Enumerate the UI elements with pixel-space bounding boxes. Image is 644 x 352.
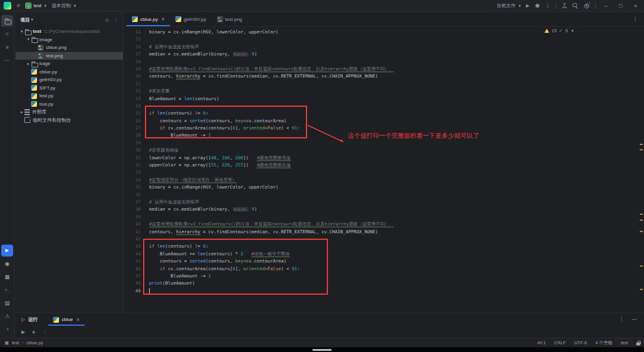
tree-item-trage[interactable]: ▸trage bbox=[16, 60, 123, 68]
code-line-41[interactable]: 41contours, hierarchy = cv.findContours(… bbox=[125, 229, 639, 236]
chevron-down-icon[interactable]: ▾ bbox=[26, 37, 31, 42]
status-item[interactable]: 4 个空格 bbox=[595, 340, 612, 346]
code-line-39[interactable]: 39 bbox=[125, 214, 639, 221]
rerun-icon[interactable]: ▶ bbox=[21, 329, 25, 335]
chevron-right-icon[interactable]: ▸ bbox=[19, 110, 24, 115]
hide-icon[interactable]: — bbox=[631, 317, 637, 322]
code-line-16[interactable]: 16# 运用中值滤波去除噪声 bbox=[125, 44, 639, 51]
code-line-31[interactable]: 31lowerColor = np.array([48, 100, 200]) … bbox=[125, 155, 639, 162]
more-icon[interactable]: ⋮ bbox=[633, 12, 644, 26]
tool-python-packages-button[interactable]: ▦ bbox=[1, 271, 13, 283]
code-line-21[interactable]: 21 bbox=[125, 81, 639, 88]
code-line-23[interactable]: 23BlueAmount = len(contours) bbox=[125, 95, 639, 103]
tree-item-label: image bbox=[39, 37, 52, 42]
code-line-20[interactable]: 20contours, hierarchy = cv.findContours(… bbox=[125, 73, 639, 80]
more-icon[interactable]: ⋮ bbox=[619, 317, 624, 322]
code-line-32[interactable]: 32upperColor = np.array([55, 220, 255]) … bbox=[125, 162, 639, 169]
code-line-36[interactable]: 36 bbox=[125, 192, 639, 199]
error-stripe[interactable] bbox=[640, 39, 643, 273]
inspections-widget[interactable]: 15 ✓ 5 ▾ bbox=[544, 28, 574, 33]
more-icon[interactable]: ⋮ bbox=[113, 17, 118, 23]
code-line-17[interactable]: 17median = cv.medianBlur(binary, ksize: … bbox=[125, 51, 639, 58]
tool-project-button[interactable] bbox=[1, 15, 13, 27]
more-tools-button[interactable]: ⋯ bbox=[1, 54, 13, 66]
tree-item-test.png[interactable]: test.png bbox=[16, 52, 123, 60]
close-button[interactable]: × bbox=[631, 3, 640, 9]
tree-item-cblue.png[interactable]: cblue.png bbox=[16, 44, 123, 52]
chevron-down-icon[interactable]: ▾ bbox=[19, 29, 24, 34]
tool-run-button[interactable] bbox=[1, 245, 13, 257]
tree-item-path: C:\PyCharm\workspace\test bbox=[44, 29, 100, 34]
run-config-widget[interactable]: 当前文件 ▾ bbox=[497, 2, 521, 9]
tree-item-tool.py[interactable]: tool.py bbox=[16, 100, 123, 109]
run-tab-cblue[interactable]: cblue × bbox=[48, 313, 84, 326]
more-icon[interactable]: ⋮ bbox=[42, 329, 47, 335]
tool-commit-button[interactable]: ○ bbox=[1, 28, 13, 40]
code-line-29[interactable]: 29 bbox=[125, 140, 639, 147]
code-line-22[interactable]: 22#累加变量 bbox=[125, 88, 639, 95]
editor-tab-test.png[interactable]: test.png bbox=[212, 12, 247, 26]
code-line-37[interactable]: 37# 运用中值滤波去除噪声 bbox=[125, 199, 639, 206]
code-line-30[interactable]: 30#设置颜色阈值 bbox=[125, 147, 639, 154]
breadcrumb-separator: › bbox=[22, 340, 24, 345]
status-item[interactable]: test bbox=[621, 340, 628, 345]
settings-icon[interactable] bbox=[584, 3, 590, 9]
run-panel-title[interactable]: 运行 bbox=[28, 316, 38, 323]
line-number: 25 bbox=[125, 110, 141, 117]
annotation-arrow bbox=[298, 116, 352, 146]
annotation-box-2 bbox=[143, 239, 328, 295]
tool-terminal-button[interactable]: >_ bbox=[1, 284, 13, 296]
search-icon[interactable] bbox=[572, 3, 578, 9]
tree-item-label: tool.py bbox=[39, 101, 54, 107]
project-widget[interactable]: t test ▾ bbox=[25, 2, 46, 9]
more-icon[interactable]: ⋮ bbox=[545, 3, 550, 8]
tree-item-SIFT.py[interactable]: SIFT.py bbox=[16, 84, 123, 92]
tool-services-button[interactable]: ▤ bbox=[1, 297, 13, 309]
windows-taskbar[interactable] bbox=[0, 347, 644, 352]
tree-item-cblue.py[interactable]: cblue.py bbox=[16, 68, 123, 76]
code-line-38[interactable]: 38median = cv.medianBlur(binary, ksize: … bbox=[125, 206, 639, 213]
code-line-19[interactable]: 19#这里使用轮廓检测cv2.findContours()的方法，并且返回con… bbox=[125, 66, 639, 73]
line-number: 26 bbox=[125, 118, 141, 125]
breadcrumb-file[interactable]: cblue.py bbox=[26, 340, 43, 345]
chevron-down-icon: ▾ bbox=[31, 17, 33, 22]
tree-item-getHSV.py[interactable]: getHSV.py bbox=[16, 76, 123, 84]
tree-item-临时文件和控制台[interactable]: 临时文件和控制台 bbox=[16, 116, 123, 125]
editor-tab-getHSV.py[interactable]: getHSV.py bbox=[170, 12, 212, 26]
locate-file-icon[interactable]: ◎ bbox=[105, 17, 109, 23]
status-item[interactable]: 49:1 bbox=[537, 340, 546, 345]
close-icon[interactable]: × bbox=[76, 317, 79, 323]
debug-icon[interactable]: ◉ bbox=[535, 3, 540, 8]
tree-item-外部库[interactable]: ▸外部库 bbox=[16, 108, 123, 116]
tree-item-image[interactable]: ▾image bbox=[16, 36, 123, 44]
tool-structure-button[interactable]: ≡ bbox=[1, 41, 13, 53]
run-button[interactable] bbox=[526, 4, 530, 8]
vcs-widget[interactable]: 版本控制 ▾ bbox=[52, 2, 76, 9]
lock-icon[interactable] bbox=[636, 341, 640, 345]
stop-icon[interactable]: ■ bbox=[32, 329, 35, 335]
breadcrumb-project[interactable]: test bbox=[12, 340, 19, 345]
services-icon: ▤ bbox=[5, 301, 10, 306]
user-icon[interactable] bbox=[562, 3, 567, 8]
code-line-34[interactable]: 34#提取指定部分（指定区域变白；其他变黑） bbox=[125, 177, 639, 184]
main-menu-icon[interactable]: ≡ bbox=[17, 3, 20, 8]
minimize-button[interactable]: – bbox=[601, 3, 611, 9]
status-item[interactable]: UTF-8 bbox=[574, 340, 587, 345]
tool-debug-button[interactable]: ◉ bbox=[1, 258, 13, 270]
status-item[interactable]: CRLF bbox=[554, 340, 566, 345]
project-icon: ▦ bbox=[5, 341, 9, 345]
tree-item-test[interactable]: ▾testC:\PyCharm\workspace\test bbox=[16, 27, 123, 36]
maximize-button[interactable]: □ bbox=[616, 3, 626, 9]
code-line-18[interactable]: 18 bbox=[125, 58, 639, 66]
project-panel-header[interactable]: 项目 ▾ ◎ ⋮ bbox=[16, 12, 123, 27]
tool-problems-button[interactable]: ⚠ bbox=[1, 310, 13, 322]
close-icon[interactable]: × bbox=[162, 16, 165, 22]
code-line-40[interactable]: 40#这里使用轮廓检测cv2.findContours()的方法，并且返回con… bbox=[125, 221, 639, 228]
chevron-right-icon[interactable]: ▸ bbox=[26, 61, 31, 66]
tree-item-test.py[interactable]: test.py bbox=[16, 92, 123, 100]
notifications-button[interactable]: ◔ bbox=[1, 323, 13, 335]
code-line-15[interactable]: 15 bbox=[125, 36, 639, 43]
code-line-35[interactable]: 35binary = cv.inRange(HSV, lowerColor, u… bbox=[125, 184, 639, 191]
editor-tab-cblue.py[interactable]: cblue.py× bbox=[126, 12, 170, 26]
code-line-33[interactable]: 33 bbox=[125, 169, 639, 176]
